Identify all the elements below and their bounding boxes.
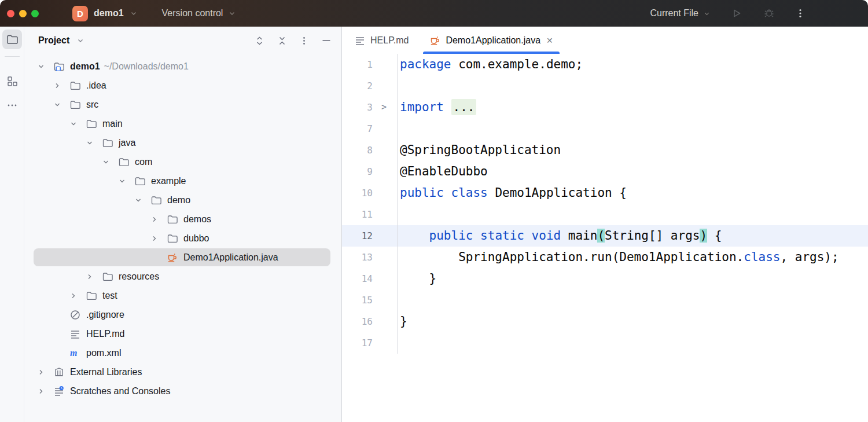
version-control-widget[interactable]: Version control [162, 8, 237, 19]
code-line[interactable]: 14 } [342, 268, 868, 289]
chevron-down-icon[interactable] [134, 196, 143, 205]
code-line[interactable]: 2 [342, 75, 868, 97]
fold-marker-icon[interactable]: > [373, 97, 397, 118]
chevron-right-icon[interactable] [53, 81, 62, 90]
folder-icon [69, 80, 81, 91]
folder-icon [86, 118, 97, 130]
tree-row[interactable]: dubbo [24, 229, 341, 248]
fold-column [373, 311, 397, 332]
zoom-window-button[interactable] [31, 10, 39, 17]
close-tab-icon[interactable]: ✕ [546, 36, 553, 45]
chevron-down-icon[interactable] [69, 119, 78, 129]
tree-row[interactable]: .gitignore [24, 305, 341, 324]
tree-row[interactable]: java [24, 133, 341, 152]
more-tool-windows-button[interactable] [2, 97, 22, 113]
gutter: 15 [342, 289, 398, 311]
java-icon [429, 35, 441, 46]
run-button[interactable] [730, 7, 743, 20]
code-text: public class Demo1Application { [398, 182, 627, 204]
tree-row[interactable]: demos [24, 210, 341, 229]
panel-options-button[interactable] [299, 36, 309, 46]
more-actions-button[interactable] [795, 8, 806, 19]
fold-column [373, 182, 397, 204]
hide-panel-button[interactable] [321, 35, 332, 46]
close-window-button[interactable] [7, 10, 14, 17]
maven-icon: m [69, 347, 81, 359]
tree-row[interactable]: src [24, 95, 341, 114]
line-number: 10 [342, 182, 373, 204]
chevron-right-icon[interactable] [150, 234, 159, 243]
tree-item-label: demo [167, 195, 190, 206]
more-icon [6, 99, 19, 112]
code-line[interactable]: 16} [342, 311, 868, 332]
code-line[interactable]: 7 [342, 118, 868, 140]
code-text: SpringApplication.run(Demo1Application.c… [398, 247, 839, 268]
version-control-label: Version control [162, 8, 223, 19]
code-line[interactable]: 10public class Demo1Application { [342, 182, 868, 204]
chevron-right-icon[interactable] [69, 291, 78, 300]
editor-tab-help-md[interactable]: HELP.md [347, 27, 416, 54]
project-panel-title[interactable]: Project [38, 35, 69, 46]
run-configuration-selector[interactable]: Current File [650, 8, 711, 19]
markdown-icon [354, 35, 366, 46]
chevron-right-icon[interactable] [85, 272, 94, 281]
code-line[interactable]: 11 [342, 204, 868, 225]
library-icon [53, 366, 65, 378]
tree-row[interactable]: resources [24, 267, 341, 286]
expand-all-button[interactable] [254, 35, 265, 46]
tree-row[interactable]: demo [24, 190, 341, 210]
traffic-lights [7, 10, 39, 17]
tree-row[interactable]: HELP.md [24, 324, 341, 343]
tree-row[interactable]: com [24, 152, 341, 171]
tree-row[interactable]: demo1~/Downloads/demo1 [24, 57, 341, 76]
code-line[interactable]: 3>import ... [342, 97, 868, 118]
chevron-down-icon[interactable] [36, 62, 46, 71]
tree-row[interactable]: Demo1Application.java [24, 248, 341, 267]
code-line[interactable]: 12 public static void main(String[] args… [342, 225, 868, 247]
tree-indent [53, 329, 62, 339]
minimize-window-button[interactable] [19, 10, 27, 17]
chevron-right-icon[interactable] [36, 387, 46, 396]
chevron-down-icon[interactable] [53, 100, 62, 109]
code-line[interactable]: 15 [342, 289, 868, 311]
fold-column [373, 75, 397, 97]
project-panel: Project [24, 27, 342, 422]
chevron-down-icon [76, 36, 84, 45]
debug-button[interactable] [763, 7, 775, 20]
chevron-right-icon[interactable] [150, 215, 159, 224]
java-icon [167, 252, 178, 263]
fold-column [373, 54, 397, 75]
chevron-down-icon[interactable] [85, 138, 94, 148]
chevron-right-icon[interactable] [36, 368, 46, 377]
project-tool-button[interactable] [2, 30, 22, 49]
tree-row[interactable]: External Libraries [24, 362, 341, 381]
line-number: 7 [342, 118, 373, 140]
tree-item-label: main [102, 119, 123, 129]
code-line[interactable]: 1package com.example.demo; [342, 54, 868, 75]
code-text: @EnableDubbo [398, 161, 488, 182]
folder-icon [167, 214, 178, 225]
folded-imports[interactable]: ... [451, 99, 477, 115]
project-widget[interactable]: D demo1 [72, 6, 138, 21]
collapse-all-button[interactable] [277, 35, 288, 46]
tree-row[interactable]: mpom.xml [24, 343, 341, 362]
code-line[interactable]: 9@EnableDubbo [342, 161, 868, 182]
code-line[interactable]: 13 SpringApplication.run(Demo1Applicatio… [342, 247, 868, 268]
chevron-down-icon[interactable] [101, 157, 111, 167]
structure-tool-button[interactable] [2, 73, 22, 89]
tree-row[interactable]: Scratches and Consoles [24, 381, 341, 401]
tree-item-label: dubbo [183, 233, 209, 244]
chevron-down-icon[interactable] [117, 177, 127, 186]
ignored-icon [69, 309, 81, 321]
tree-row[interactable]: test [24, 286, 341, 305]
code-editor[interactable]: 1package com.example.demo;23>import ...7… [342, 54, 868, 422]
code-line[interactable]: 17 [342, 332, 868, 354]
markdown-icon [69, 328, 81, 340]
code-line[interactable]: 8@SpringBootApplication [342, 140, 868, 161]
gutter: 7 [342, 118, 398, 140]
tree-row[interactable]: .idea [24, 76, 341, 95]
tree-row[interactable]: example [24, 171, 341, 190]
folder-icon [102, 137, 113, 149]
editor-tab-demo1application-java[interactable]: Demo1Application.java✕ [422, 27, 560, 54]
tree-row[interactable]: main [24, 114, 341, 133]
